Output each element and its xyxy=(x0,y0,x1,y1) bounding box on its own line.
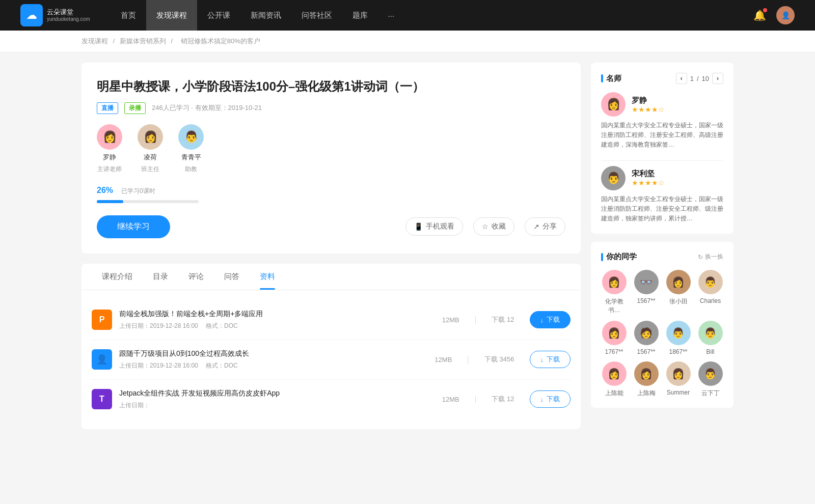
classmate-name-4: 1767** xyxy=(605,348,623,355)
resource-title-0: 前端全栈加强版！前端全栈+全周期+多端应用 xyxy=(119,310,442,319)
resource-meta-0: 上传日期：2019-12-28 16:00 格式：DOC xyxy=(119,322,442,330)
action-buttons: 📱 手机观看 ☆ 收藏 ↗ 分享 xyxy=(405,217,565,236)
tabs-section: 课程介绍 目录 评论 问答 资料 P 前端全栈加强版！前端全栈+全周期+多端应用… xyxy=(82,264,581,429)
tabs-header: 课程介绍 目录 评论 问答 资料 xyxy=(82,264,581,290)
classmate-avatar-3[interactable]: 👨 xyxy=(698,270,723,294)
share-button[interactable]: ↗ 分享 xyxy=(525,217,565,236)
teacher-item-1: 👩 凌荷 班主任 xyxy=(138,124,163,174)
refresh-label: 换一换 xyxy=(705,253,723,261)
teacher-card-header-1: 👨 宋利坚 ★★★★☆ xyxy=(601,166,723,190)
classmate-avatar-2[interactable]: 👩 xyxy=(666,270,691,294)
classmate-item-0: 👩化学教书… xyxy=(601,270,627,315)
classmate-name-6: 1867** xyxy=(669,348,687,355)
course-title: 明星中教授课，小学阶段语法100分–强化级第1讲动词（一） xyxy=(97,78,565,95)
classmate-avatar-6[interactable]: 👨 xyxy=(666,321,691,345)
notification-dot xyxy=(763,8,767,12)
progress-section: 26% 已学习0课时 xyxy=(97,186,565,203)
teacher-stars-0: ★★★★☆ xyxy=(632,105,723,114)
nav-item-quiz[interactable]: 题库 xyxy=(342,0,378,31)
classmate-avatar-7[interactable]: 👨 xyxy=(698,321,723,345)
teacher-item-0: 👩 罗静 主讲老师 xyxy=(97,124,122,174)
classmate-avatar-9[interactable]: 👩 xyxy=(634,361,659,386)
tab-qa[interactable]: 问答 xyxy=(214,264,250,290)
download-button-1[interactable]: ↓ 下载 xyxy=(530,351,571,368)
resource-title-2: Jetpack全组件实战 开发短视频应用高仿皮皮虾App xyxy=(119,389,442,398)
classmate-name-1: 1567** xyxy=(637,297,655,304)
classmate-name-3: Charles xyxy=(700,297,721,304)
nav-item-qa[interactable]: 问答社区 xyxy=(291,0,342,31)
nav-item-more[interactable]: ··· xyxy=(378,0,405,31)
classmates-title: 你的同学 xyxy=(601,252,637,262)
navbar: ☁ 云朵课堂 yunduoketang.com 首页 发现课程 公开课 新闻资讯… xyxy=(0,0,815,31)
bell-icon[interactable]: 🔔 xyxy=(753,9,766,21)
collect-button[interactable]: ☆ 收藏 xyxy=(473,217,514,236)
nav-items: 首页 发现课程 公开课 新闻资讯 问答社区 题库 ··· xyxy=(111,0,753,31)
resource-right-2: 12MB | 下载 12 ↓ 下载 xyxy=(442,390,570,408)
teacher-avatar-2: 👨 xyxy=(178,124,204,150)
nav-item-news[interactable]: 新闻资讯 xyxy=(240,0,291,31)
classmate-avatar-11[interactable]: 👨 xyxy=(698,361,723,386)
classmate-avatar-5[interactable]: 🧑 xyxy=(634,321,659,345)
tab-content-resources: P 前端全栈加强版！前端全栈+全周期+多端应用 上传日期：2019-12-28 … xyxy=(82,290,581,429)
logo[interactable]: ☁ 云朵课堂 yunduoketang.com xyxy=(20,4,90,26)
tag-live: 直播 xyxy=(97,102,118,114)
teacher-card-avatar-0: 👩 xyxy=(601,92,626,117)
phone-watch-button[interactable]: 📱 手机观看 xyxy=(405,217,463,236)
breadcrumb-link-series[interactable]: 新媒体营销系列 xyxy=(120,37,166,45)
classmate-name-0: 化学教书… xyxy=(601,297,627,315)
nav-right: 🔔 👤 xyxy=(753,6,795,24)
tab-review[interactable]: 评论 xyxy=(178,264,214,290)
classmate-avatar-4[interactable]: 👩 xyxy=(602,321,627,345)
download-icon-1: ↓ xyxy=(540,356,544,363)
resource-info-2: Jetpack全组件实战 开发短视频应用高仿皮皮虾App 上传日期： xyxy=(119,389,442,410)
phone-icon: 📱 xyxy=(414,222,423,231)
refresh-button[interactable]: ↻ 换一换 xyxy=(698,253,723,261)
nav-item-open[interactable]: 公开课 xyxy=(197,0,240,31)
phone-label: 手机观看 xyxy=(426,222,454,231)
nav-item-discover[interactable]: 发现课程 xyxy=(146,0,197,31)
classmate-name-2: 张小田 xyxy=(669,297,688,306)
next-teacher-button[interactable]: › xyxy=(712,73,723,84)
resource-meta-1: 上传日期：2019-12-28 16:00 格式：DOC xyxy=(119,361,434,370)
classmate-item-8: 👩上陈能 xyxy=(601,361,627,398)
teacher-avatar-0: 👩 xyxy=(97,124,122,150)
teacher-item-2: 👨 青青平 助教 xyxy=(178,124,204,174)
teacher-name-2: 青青平 xyxy=(181,153,201,162)
classmate-name-8: 上陈能 xyxy=(605,389,623,398)
progress-percent: 26% xyxy=(97,186,113,195)
teacher-card-desc-0: 国内某重点大学安全工程专业硕士，国家一级注册消防工程师、注册安全工程师、高级注册… xyxy=(601,121,723,150)
continue-button[interactable]: 继续学习 xyxy=(97,215,170,238)
teachers-sidebar-card: 名师 ‹ 1 / 10 › 👩 罗静 ★★★★☆ 国内 xyxy=(591,63,734,234)
tab-resources[interactable]: 资料 xyxy=(250,264,285,290)
classmate-item-9: 👩上陈梅 xyxy=(633,361,659,398)
classmate-avatar-0[interactable]: 👩 xyxy=(602,270,627,294)
nav-item-home[interactable]: 首页 xyxy=(111,0,146,31)
resource-item-1: 👤 跟随千万级项目从0到100全过程高效成长 上传日期：2019-12-28 1… xyxy=(92,340,570,380)
resource-icon-1: 👤 xyxy=(92,349,112,370)
tab-intro[interactable]: 课程介绍 xyxy=(92,264,143,290)
teachers-pagination: ‹ 1 / 10 › xyxy=(676,73,723,84)
user-avatar[interactable]: 👤 xyxy=(776,6,795,24)
resource-size-1: 12MB xyxy=(434,356,452,363)
download-button-2[interactable]: ↓ 下载 xyxy=(530,390,571,408)
star-icon: ☆ xyxy=(482,222,488,231)
progress-bar-fill xyxy=(97,200,123,203)
download-icon-0: ↓ xyxy=(540,316,544,324)
resource-item-0: P 前端全栈加强版！前端全栈+全周期+多端应用 上传日期：2019-12-28 … xyxy=(92,300,570,340)
divider-0 xyxy=(601,160,723,161)
tab-catalog[interactable]: 目录 xyxy=(143,264,178,290)
share-label: 分享 xyxy=(542,222,557,231)
classmate-avatar-10[interactable]: 👩 xyxy=(666,361,691,386)
prev-teacher-button[interactable]: ‹ xyxy=(676,73,687,84)
teacher-card-avatar-1: 👨 xyxy=(601,166,626,190)
main-content: 明星中教授课，小学阶段语法100分–强化级第1讲动词（一） 直播 录播 246人… xyxy=(82,63,581,429)
teachers-sidebar-title: 名师 xyxy=(601,74,621,83)
classmate-avatar-8[interactable]: 👩 xyxy=(602,361,627,386)
teacher-name-0: 罗静 xyxy=(103,153,116,162)
resource-size-0: 12MB xyxy=(442,316,459,324)
download-button-0[interactable]: ↓ 下载 xyxy=(530,311,571,328)
classmate-avatar-1[interactable]: 👓 xyxy=(634,270,659,294)
teacher-card-item-0: 👩 罗静 ★★★★☆ 国内某重点大学安全工程专业硕士，国家一级注册消防工程师、注… xyxy=(601,92,723,150)
breadcrumb-link-discover[interactable]: 发现课程 xyxy=(82,37,108,45)
classmate-name-5: 1567** xyxy=(637,348,655,355)
